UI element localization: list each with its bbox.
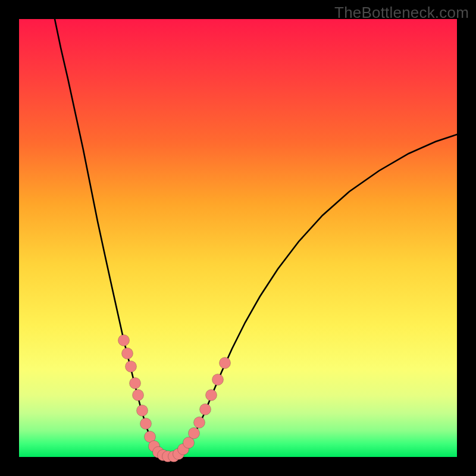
data-marker [137,405,148,416]
data-marker [194,417,205,428]
data-marker [140,418,152,430]
data-marker [122,348,133,359]
data-marker [130,378,141,389]
bottleneck-curve [55,19,457,456]
data-marker [200,404,211,415]
data-marker [206,390,217,401]
data-marker [212,374,224,386]
data-marker [126,361,137,372]
data-marker [189,428,200,439]
chart-frame: TheBottleneck.com [0,0,476,476]
data-marker [118,335,130,346]
plot-area [19,19,457,457]
data-marker [220,358,231,369]
chart-svg [19,19,457,457]
data-marker [133,390,144,401]
markers-left [118,335,174,462]
watermark-text: TheBottleneck.com [334,4,469,22]
